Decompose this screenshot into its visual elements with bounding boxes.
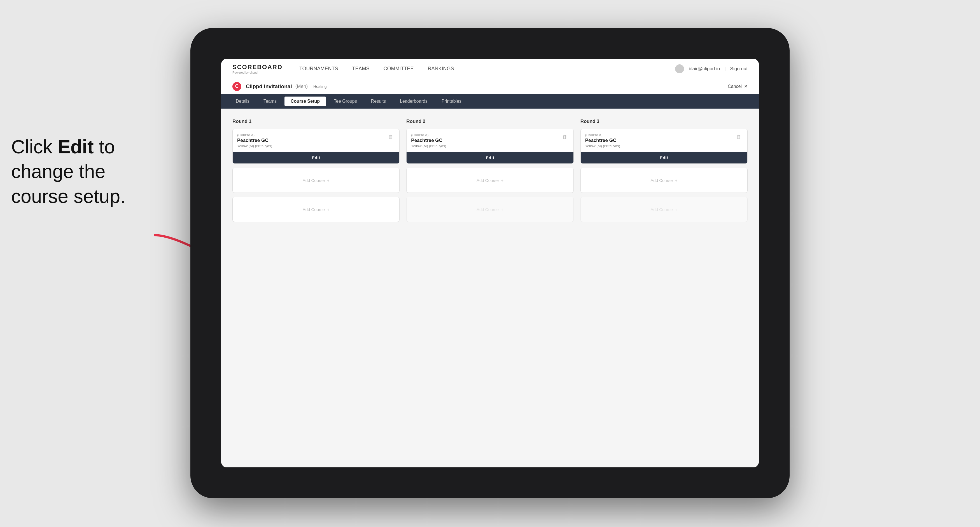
tab-tee-groups[interactable]: Tee Groups — [328, 97, 363, 106]
rounds-grid: Round 1 (Course A) Peachtree GC 🗑 Yellow… — [232, 119, 748, 226]
round-2-column: Round 2 (Course A) Peachtree GC 🗑 Yellow… — [406, 119, 573, 226]
user-email: blair@clippd.io — [689, 66, 720, 71]
tournament-name: Clippd Invitational — [246, 83, 292, 90]
round-3-add-course-1[interactable]: Add Course + — [581, 168, 748, 193]
round-3-edit-button[interactable]: Edit — [581, 152, 747, 163]
course-name-2: Peachtree GC — [411, 138, 442, 143]
tab-results[interactable]: Results — [365, 97, 392, 106]
course-label-3: (Course A) — [585, 133, 617, 137]
nav-committee[interactable]: COMMITTEE — [383, 66, 414, 71]
nav-teams[interactable]: TEAMS — [352, 66, 370, 71]
tabs-bar: Details Teams Course Setup Tee Groups Re… — [221, 94, 759, 109]
logo-scoreboard: SCOREBOARD — [232, 63, 283, 71]
top-nav: SCOREBOARD Powered by clippd TOURNAMENTS… — [221, 59, 759, 79]
round-1-edit-button[interactable]: Edit — [233, 152, 399, 163]
course-name-3: Peachtree GC — [585, 138, 617, 143]
plus-icon-5: + — [675, 178, 678, 183]
logo-area: SCOREBOARD Powered by clippd — [232, 63, 283, 74]
tab-leaderboards[interactable]: Leaderboards — [394, 97, 434, 106]
separator: | — [724, 66, 725, 71]
round-2-add-course-1[interactable]: Add Course + — [406, 168, 573, 193]
plus-icon-6: + — [675, 207, 678, 212]
nav-rankings[interactable]: RANKINGS — [428, 66, 454, 71]
cancel-button[interactable]: Cancel ✕ — [728, 84, 748, 89]
round-3-add-course-2: Add Course + — [581, 197, 748, 222]
delete-course-icon-3[interactable]: 🗑 — [735, 133, 743, 141]
round-2-title: Round 2 — [406, 119, 573, 124]
course-label-2: (Course A) — [411, 133, 442, 137]
main-content: Round 1 (Course A) Peachtree GC 🗑 Yellow… — [221, 109, 759, 467]
plus-icon-4: + — [501, 207, 503, 212]
course-name: Peachtree GC — [237, 138, 269, 143]
tablet-device: SCOREBOARD Powered by clippd TOURNAMENTS… — [190, 28, 790, 498]
course-details-3: Yellow (M) (6629 yds) — [581, 144, 747, 152]
round-1-add-course-2[interactable]: Add Course + — [232, 197, 399, 222]
brand-logo: C — [232, 82, 241, 91]
round-2-course-card: (Course A) Peachtree GC 🗑 Yellow (M) (66… — [406, 129, 573, 164]
round-3-course-card: (Course A) Peachtree GC 🗑 Yellow (M) (66… — [581, 129, 748, 164]
round-3-title: Round 3 — [581, 119, 748, 124]
round-2-add-course-2: Add Course + — [406, 197, 573, 222]
cancel-x-icon: ✕ — [744, 84, 748, 89]
round-1-add-course-1[interactable]: Add Course + — [232, 168, 399, 193]
nav-right: blair@clippd.io | Sign out — [675, 64, 748, 73]
delete-course-icon-2[interactable]: 🗑 — [561, 133, 569, 141]
sign-out-link[interactable]: Sign out — [730, 66, 748, 71]
instruction-text: Click Edit tochange thecourse setup. — [11, 134, 126, 208]
plus-icon-3: + — [501, 178, 503, 183]
tab-printables[interactable]: Printables — [435, 97, 468, 106]
user-avatar — [675, 64, 684, 73]
hosting-badge: Hosting — [313, 84, 326, 89]
nav-links: TOURNAMENTS TEAMS COMMITTEE RANKINGS — [299, 66, 675, 71]
plus-icon: + — [327, 178, 329, 183]
plus-icon-2: + — [327, 207, 329, 212]
tablet-screen: SCOREBOARD Powered by clippd TOURNAMENTS… — [221, 59, 759, 467]
delete-course-icon[interactable]: 🗑 — [387, 133, 395, 141]
logo-sub: Powered by clippd — [232, 71, 283, 74]
course-card-header-2: (Course A) Peachtree GC 🗑 — [407, 129, 573, 144]
tab-course-setup[interactable]: Course Setup — [285, 97, 326, 106]
round-2-edit-button[interactable]: Edit — [407, 152, 573, 163]
sub-header: C Clippd Invitational (Men) Hosting Canc… — [221, 79, 759, 94]
course-card-header: (Course A) Peachtree GC 🗑 — [233, 129, 399, 144]
round-3-column: Round 3 (Course A) Peachtree GC 🗑 Yellow… — [581, 119, 748, 226]
course-details: Yellow (M) (6629 yds) — [233, 144, 399, 152]
tournament-gender: (Men) — [295, 84, 308, 89]
course-card-header-3: (Course A) Peachtree GC 🗑 — [581, 129, 747, 144]
tab-teams[interactable]: Teams — [257, 97, 283, 106]
nav-tournaments[interactable]: TOURNAMENTS — [299, 66, 338, 71]
course-details-2: Yellow (M) (6629 yds) — [407, 144, 573, 152]
tab-details[interactable]: Details — [230, 97, 256, 106]
round-1-title: Round 1 — [232, 119, 399, 124]
bold-edit: Edit — [58, 136, 94, 157]
course-label: (Course A) — [237, 133, 269, 137]
round-1-course-card: (Course A) Peachtree GC 🗑 Yellow (M) (66… — [232, 129, 399, 164]
round-1-column: Round 1 (Course A) Peachtree GC 🗑 Yellow… — [232, 119, 399, 226]
